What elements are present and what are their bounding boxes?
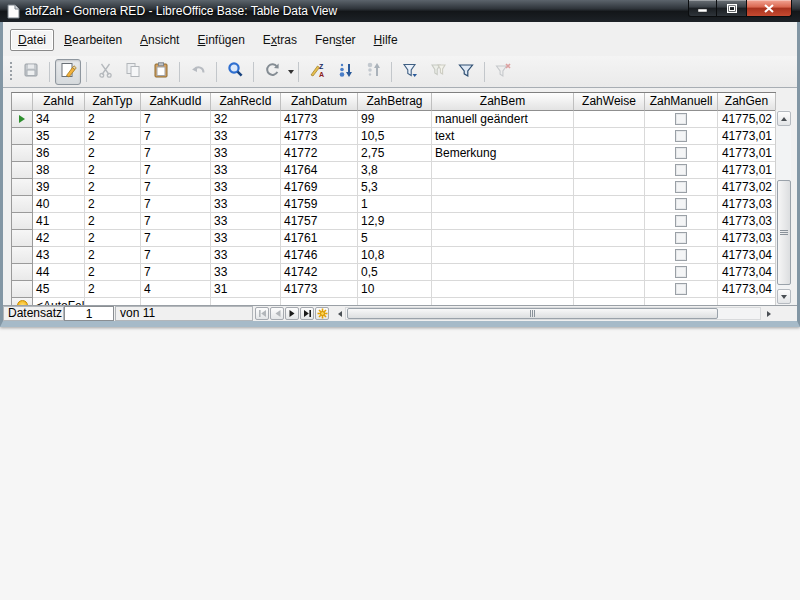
last-record-button[interactable] xyxy=(300,307,314,320)
cell-zahkudid[interactable]: 7 xyxy=(141,179,211,196)
cell-zahdatum[interactable]: 41746 xyxy=(281,247,358,264)
cell-zahid[interactable]: 38 xyxy=(33,162,85,179)
cell-zahdatum[interactable]: 41757 xyxy=(281,213,358,230)
cell-zahdatum[interactable]: 41773 xyxy=(281,128,358,145)
column-header-zahtyp[interactable]: ZahTyp xyxy=(85,93,141,111)
menu-item-ansicht[interactable]: Ansicht xyxy=(132,29,187,51)
cell-zahdatum[interactable]: 41773 xyxy=(281,111,358,128)
cell-zahkudid[interactable]: 7 xyxy=(141,213,211,230)
cell-zahweise[interactable] xyxy=(574,128,645,145)
cell-zahgen[interactable]: 41775,02 xyxy=(718,111,776,128)
cell-zahid[interactable]: 44 xyxy=(33,264,85,281)
cell-zahkudid[interactable]: 7 xyxy=(141,128,211,145)
cell-zahmanuell[interactable] xyxy=(645,264,718,281)
table-corner-cell[interactable] xyxy=(12,93,33,111)
row-header[interactable] xyxy=(12,111,33,128)
column-header-zahgen[interactable]: ZahGen xyxy=(718,93,776,111)
cell-zahid[interactable]: 40 xyxy=(33,196,85,213)
zahmanuell-checkbox[interactable] xyxy=(675,232,687,244)
cell-zahmanuell[interactable] xyxy=(645,247,718,264)
cell-zahweise[interactable] xyxy=(574,179,645,196)
cell-zahbem[interactable] xyxy=(432,247,574,264)
cell-zahid[interactable]: 34 xyxy=(33,111,85,128)
row-header[interactable] xyxy=(12,264,33,281)
cell-zahgen[interactable]: 41773,02 xyxy=(718,179,776,196)
menu-item-extras[interactable]: Extras xyxy=(255,29,305,51)
cell-zahbetrag[interactable]: 2,75 xyxy=(358,145,432,162)
column-header-zahrecid[interactable]: ZahRecId xyxy=(211,93,281,111)
undo-button[interactable] xyxy=(185,59,211,85)
row-header[interactable] xyxy=(12,179,33,196)
cell-zahdatum[interactable]: 41759 xyxy=(281,196,358,213)
zahmanuell-checkbox[interactable] xyxy=(675,181,687,193)
cell-zahbem[interactable] xyxy=(432,162,574,179)
cell-zahmanuell[interactable] xyxy=(645,196,718,213)
cell-zahbem[interactable]: Bemerkung xyxy=(432,145,574,162)
cell-zahrecid[interactable]: 33 xyxy=(211,264,281,281)
cell-zahid[interactable]: 41 xyxy=(33,213,85,230)
cell-zahrecid[interactable]: 33 xyxy=(211,162,281,179)
vertical-scroll-thumb[interactable] xyxy=(777,180,791,285)
cell-zahrecid[interactable]: 33 xyxy=(211,128,281,145)
cell-zahtyp[interactable]: 2 xyxy=(85,196,141,213)
refresh-button[interactable] xyxy=(259,59,285,85)
cell-zahtyp[interactable]: 2 xyxy=(85,162,141,179)
cell-zahbem[interactable] xyxy=(432,196,574,213)
scroll-up-button[interactable] xyxy=(777,111,791,126)
column-header-zahweise[interactable]: ZahWeise xyxy=(574,93,645,111)
cell-zahmanuell[interactable] xyxy=(645,179,718,196)
cell-zahtyp[interactable]: 2 xyxy=(85,281,141,298)
sort-ascending-button[interactable] xyxy=(332,59,358,85)
cell-zahbetrag[interactable]: 5 xyxy=(358,230,432,247)
cell-zahbem[interactable]: manuell geändert xyxy=(432,111,574,128)
menu-item-hilfe[interactable]: Hilfe xyxy=(366,29,406,51)
save-record-button[interactable] xyxy=(18,59,44,85)
cell-zahrecid[interactable]: 33 xyxy=(211,230,281,247)
cell-zahrecid[interactable]: 33 xyxy=(211,179,281,196)
cell-zahgen[interactable]: 41773,04 xyxy=(718,281,776,298)
row-header[interactable] xyxy=(12,213,33,230)
cell-zahbetrag[interactable]: 10,8 xyxy=(358,247,432,264)
cell-zahmanuell[interactable] xyxy=(645,162,718,179)
autofilter-button[interactable] xyxy=(397,59,423,85)
cell-zahtyp[interactable]: 2 xyxy=(85,230,141,247)
cell-zahgen[interactable]: 41773,04 xyxy=(718,264,776,281)
cell-zahbetrag[interactable]: 99 xyxy=(358,111,432,128)
cell-zahrecid[interactable]: 33 xyxy=(211,145,281,162)
cell-zahkudid[interactable]: 7 xyxy=(141,196,211,213)
column-header-zahdatum[interactable]: ZahDatum xyxy=(281,93,358,111)
cell-zahweise[interactable] xyxy=(574,230,645,247)
cell-zahid[interactable]: 43 xyxy=(33,247,85,264)
row-header[interactable] xyxy=(12,145,33,162)
cell-zahgen[interactable]: 41773,04 xyxy=(718,247,776,264)
row-header[interactable] xyxy=(12,230,33,247)
cell-zahweise[interactable] xyxy=(574,162,645,179)
cell-zahweise[interactable] xyxy=(574,145,645,162)
column-header-zahmanuell[interactable]: ZahManuell xyxy=(645,93,718,111)
zahmanuell-checkbox[interactable] xyxy=(675,113,687,125)
cell-zahmanuell[interactable] xyxy=(645,230,718,247)
cell-zahid[interactable]: 39 xyxy=(33,179,85,196)
cell-zahbem[interactable]: text xyxy=(432,128,574,145)
cell-zahkudid[interactable]: 7 xyxy=(141,162,211,179)
scroll-down-button[interactable] xyxy=(777,289,791,304)
cell-zahid[interactable]: 42 xyxy=(33,230,85,247)
cell-zahkudid[interactable]: 4 xyxy=(141,281,211,298)
cell-zahtyp[interactable]: 2 xyxy=(85,111,141,128)
cell-zahkudid[interactable]: 7 xyxy=(141,111,211,128)
edit-data-button[interactable] xyxy=(55,59,81,85)
cell-zahgen[interactable]: 41773,01 xyxy=(718,128,776,145)
next-record-button[interactable] xyxy=(285,307,299,320)
cell-zahbetrag[interactable]: 10 xyxy=(358,281,432,298)
vertical-scrollbar[interactable] xyxy=(775,110,791,305)
cell-zahbetrag[interactable]: 0,5 xyxy=(358,264,432,281)
copy-button[interactable] xyxy=(120,59,146,85)
row-header[interactable] xyxy=(12,247,33,264)
cell-zahbetrag[interactable]: 12,9 xyxy=(358,213,432,230)
previous-record-button[interactable] xyxy=(270,307,284,320)
zahmanuell-checkbox[interactable] xyxy=(675,266,687,278)
cell-zahtyp[interactable]: 2 xyxy=(85,213,141,230)
title-bar[interactable]: abfZah - Gomera RED - LibreOffice Base: … xyxy=(0,0,800,22)
cell-zahgen[interactable]: 41773,01 xyxy=(718,145,776,162)
cell-zahkudid[interactable]: 7 xyxy=(141,230,211,247)
